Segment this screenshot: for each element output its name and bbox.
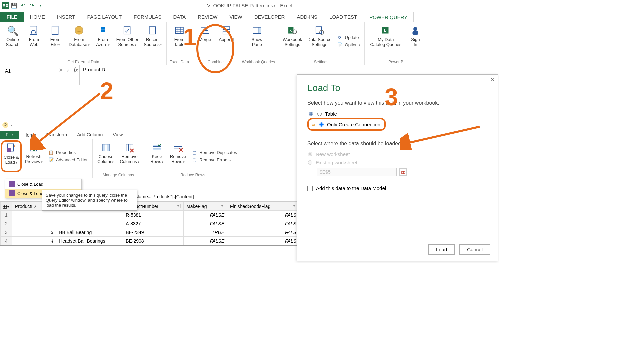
remove-columns-button[interactable]: Remove Columns — [118, 140, 141, 172]
svg-rect-48 — [174, 147, 182, 148]
accept-formula-icon[interactable]: ✓ — [66, 68, 70, 73]
properties-button[interactable]: 📋Properties — [48, 150, 88, 156]
svg-rect-23 — [258, 27, 261, 34]
from-azure-button[interactable]: From Azure — [93, 23, 113, 59]
table-row[interactable]: 44Headset Ball BearingsBE-2908FALSEFALS — [1, 237, 299, 245]
save-icon[interactable]: 💾 — [11, 2, 18, 9]
svg-point-5 — [76, 32, 82, 35]
advanced-editor-button[interactable]: 📝Advanced Editor — [48, 157, 88, 163]
append-button[interactable]: Append — [216, 23, 236, 59]
load-to-title: Load To — [307, 83, 488, 93]
qat-customize-icon[interactable]: ▾ — [37, 2, 44, 9]
svg-point-1 — [31, 30, 35, 34]
option-only-create-connection[interactable]: 🗎 Only Create Connection — [309, 120, 381, 129]
table-small-icon: ▦ — [308, 111, 314, 117]
svg-rect-45 — [153, 147, 161, 148]
cell-ref-input — [317, 168, 397, 176]
update-button[interactable]: ⟳Update — [337, 35, 360, 41]
option-table[interactable]: ▦ Table — [307, 109, 488, 118]
add-to-data-model-checkbox[interactable]: Add this data to the Data Model — [307, 185, 488, 191]
remove-rows-button[interactable]: Remove Rows — [168, 140, 188, 172]
cancel-button[interactable]: Cancel — [459, 244, 490, 255]
tab-review[interactable]: REVIEW — [192, 12, 223, 22]
pq-tab-view[interactable]: View — [108, 131, 128, 139]
cancel-formula-icon[interactable]: ✕ — [59, 67, 63, 73]
svg-rect-47 — [174, 145, 182, 147]
my-data-catalog-button[interactable]: BMy Data Catalog Queries — [367, 23, 404, 59]
col-header-makeflag[interactable]: MakeFlag▾ — [183, 202, 227, 211]
tooltip: Save your changes to this query, close t… — [42, 190, 137, 211]
tab-addins[interactable]: ADD-INS — [291, 12, 323, 22]
load-button[interactable]: Load — [428, 244, 455, 255]
close-and-load-button[interactable]: Close & Load — [1, 140, 22, 172]
recent-sources-button[interactable]: Recent Sources — [142, 23, 164, 59]
from-table-button[interactable]: From Table — [169, 23, 189, 59]
radio-connection[interactable] — [319, 122, 324, 127]
pq-icon: ☺ — [2, 122, 8, 128]
choose-columns-button[interactable]: Choose Columns — [95, 140, 116, 172]
close-load-item[interactable]: Close & Load — [5, 179, 81, 189]
from-other-sources-button[interactable]: From Other Sources — [114, 23, 140, 59]
table-corner[interactable]: ▦▾ — [1, 202, 12, 211]
pq-tab-add-column[interactable]: Add Column — [72, 131, 108, 139]
group-label-settings: Settings — [281, 59, 362, 64]
remove-rows-icon — [172, 142, 184, 154]
redo-icon[interactable]: ↷ — [28, 2, 35, 9]
table-row[interactable]: 2A-8327FALSEFALS — [1, 219, 299, 228]
table-row[interactable]: 1R-5381FALSEFALS — [1, 211, 299, 219]
online-search-button[interactable]: 🔍Online Search — [3, 23, 23, 59]
radio-table[interactable] — [317, 112, 322, 116]
group-label-workbook-queries: Workbook Queries — [242, 59, 275, 64]
range-picker-icon: ▦ — [399, 168, 407, 176]
fx-icon[interactable]: fx — [74, 67, 78, 74]
pq-tab-home[interactable]: Home — [19, 131, 41, 139]
svg-rect-6 — [101, 27, 103, 30]
catalog-icon: B — [380, 25, 392, 37]
refresh-icon — [28, 142, 40, 154]
remove-columns-icon — [124, 142, 136, 154]
tab-page-layout[interactable]: PAGE LAYOUT — [81, 12, 128, 22]
keep-rows-button[interactable]: Keep Rows — [147, 140, 167, 172]
tab-data[interactable]: DATA — [167, 12, 192, 22]
power-query-editor: ☺ ▾ File Home Transform Add Column View … — [0, 120, 300, 246]
remove-duplicates-button[interactable]: ▢Remove Duplicates — [191, 150, 237, 156]
checkbox-icon[interactable] — [307, 186, 313, 191]
tab-insert[interactable]: INSERT — [51, 12, 81, 22]
from-database-button[interactable]: From Database — [67, 23, 92, 59]
from-file-button[interactable]: From File — [45, 23, 65, 59]
col-header-finishedgoodsflag[interactable]: FinishedGoodsFlag▾ — [227, 202, 299, 211]
tab-view[interactable]: VIEW — [223, 12, 248, 22]
tab-formulas[interactable]: FORMULAS — [128, 12, 167, 22]
svg-rect-40 — [128, 144, 131, 151]
refresh-preview-button[interactable]: Refresh Preview — [23, 140, 45, 172]
show-pane-button[interactable]: Show Pane — [242, 23, 272, 59]
undo-icon[interactable]: ↶ — [19, 2, 27, 9]
load-to-pane: ✕ Load To Select how you want to view th… — [297, 74, 498, 261]
pq-tab-file[interactable]: File — [0, 131, 19, 139]
pane-icon — [251, 25, 263, 37]
radio-new-worksheet — [308, 152, 312, 156]
name-box[interactable]: A1 — [2, 67, 55, 75]
close-icon[interactable]: ✕ — [490, 77, 495, 83]
tab-load-test[interactable]: LOAD TEST — [323, 12, 363, 22]
merge-button[interactable]: Merge — [195, 23, 215, 59]
sign-in-button[interactable]: Sign In — [405, 23, 425, 59]
group-label-combine: Combine — [195, 59, 236, 64]
workbook-settings-button[interactable]: XWorkbook Settings — [281, 23, 304, 59]
recent-icon — [147, 25, 159, 37]
ribbon: 🔍Online Search From Web From File From D… — [0, 22, 499, 65]
options-button[interactable]: 📄Options — [337, 42, 360, 48]
from-web-button[interactable]: From Web — [24, 23, 44, 59]
group-label-manage-columns: Manage Columns — [95, 172, 141, 177]
tab-home[interactable]: HOME — [24, 12, 51, 22]
svg-rect-20 — [223, 31, 230, 34]
tab-file[interactable]: FILE — [0, 12, 24, 22]
tab-power-query[interactable]: POWER QUERY — [363, 12, 414, 22]
table-row[interactable]: 33BB Ball BearingBE-2349TRUEFALS — [1, 228, 299, 237]
pq-tab-transform[interactable]: Transform — [41, 131, 72, 139]
tab-developer[interactable]: DEVELOPER — [248, 12, 291, 22]
remove-errors-button[interactable]: ▢Remove Errors — [191, 157, 237, 163]
data-source-settings-button[interactable]: Data Source Settings — [305, 23, 333, 59]
svg-text:B: B — [384, 28, 387, 33]
merge-icon — [199, 25, 211, 37]
